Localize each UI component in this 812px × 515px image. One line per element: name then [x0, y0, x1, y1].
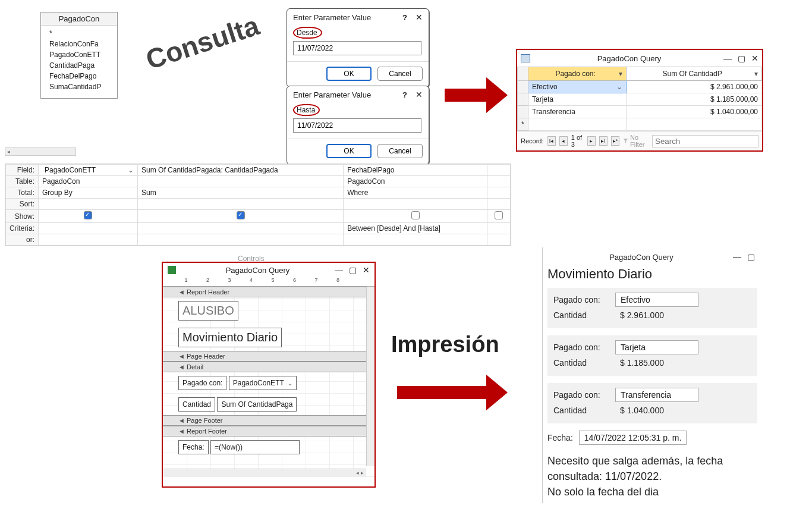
table-row-new[interactable]: * [518, 118, 762, 131]
nav-next-icon[interactable]: ▸ [587, 136, 596, 146]
qbe-cell[interactable]: Where [344, 187, 487, 199]
report-heading: Movimiento Diario [547, 266, 757, 282]
label-movimiento[interactable]: Movimiento Diario [178, 328, 282, 347]
arrow-icon [445, 77, 508, 113]
label-pagado-con: Pagado con: [553, 295, 615, 304]
horizontal-scrollbar[interactable] [5, 147, 76, 156]
no-filter-label: No Filter [623, 134, 649, 148]
label-fecha[interactable]: Fecha: [178, 440, 209, 454]
cancel-button[interactable]: Cancel [377, 144, 423, 158]
consulta-label: Consulta [143, 11, 262, 74]
ok-button[interactable]: OK [326, 67, 372, 81]
label-pagado-con: Pagado con: [553, 343, 615, 352]
horizontal-scrollbar[interactable] [163, 469, 366, 477]
section-page-footer[interactable]: Page Footer [163, 415, 374, 426]
minimize-icon[interactable]: — [733, 252, 741, 262]
report-block: Pagado con:Efectivo Cantidad$ 2.961.000 [547, 288, 757, 328]
close-icon[interactable]: ✕ [416, 12, 423, 22]
impresion-label: Impresión [391, 333, 499, 356]
minimize-icon[interactable]: — [335, 265, 343, 275]
field-item[interactable]: FechaDelPago [49, 71, 112, 81]
report-block: Pagado con:Tarjeta Cantidad$ 1.185.000 [547, 335, 757, 376]
qbe-cell[interactable]: Between [Desde] And [Hasta] [344, 223, 487, 234]
table-row[interactable]: Transferencia $ 1.040.000,00 [518, 106, 762, 118]
field-list-body: * RelacionConFa PagadoConETT CantidadPag… [41, 26, 117, 98]
nav-last-icon[interactable]: ▸I [599, 136, 608, 146]
textbox-now[interactable]: =(Now()) [210, 440, 300, 454]
nav-prev-icon[interactable]: ◂ [559, 136, 568, 146]
field-item[interactable]: CantidadPaga [49, 60, 112, 71]
window-title: PagadoCon Query [181, 266, 335, 275]
show-checkbox[interactable] [411, 211, 420, 219]
textbox-sum-cantidad[interactable]: Sum Of CantidadPaga [217, 397, 297, 412]
qbe-cell[interactable] [138, 176, 344, 187]
label-pagado-con[interactable]: Pagado con: [178, 376, 226, 390]
query-result-table: Pagado con:▾ Sum Of CantidadP▾ Efectivo⌄… [517, 67, 762, 131]
ok-button[interactable]: OK [326, 144, 372, 158]
field-list-panel: PagadoCon * RelacionConFa PagadoConETT C… [40, 12, 118, 99]
qbe-label-total: Total: [6, 187, 39, 199]
param-label-hasta: Hasta [293, 104, 320, 116]
label-fecha: Fecha: [547, 433, 573, 442]
label-cantidad[interactable]: Cantidad [178, 397, 215, 412]
qbe-cell[interactable]: PagadoConETT⌄ [39, 165, 138, 176]
maximize-icon[interactable]: ▢ [738, 54, 745, 63]
vertical-scrollbar[interactable] [366, 287, 374, 466]
section-detail[interactable]: Detail [163, 362, 374, 372]
cancel-button[interactable]: Cancel [377, 67, 423, 81]
help-icon[interactable]: ? [402, 90, 407, 99]
value-cantidad: $ 2.961.000 [615, 310, 664, 320]
close-icon[interactable]: ✕ [363, 265, 370, 275]
column-header[interactable]: Pagado con:▾ [528, 67, 627, 81]
value-pagado-con: Tarjeta [615, 340, 698, 354]
qbe-label-sort: Sort: [6, 199, 39, 210]
help-icon[interactable]: ? [402, 13, 407, 22]
nav-first-icon[interactable]: I◂ [547, 136, 556, 146]
qbe-cell[interactable]: PagadoCon [344, 176, 487, 187]
table-row[interactable]: Efectivo⌄ $ 2.961.000,00 [518, 81, 762, 93]
qbe-cell[interactable]: Sum Of CantidadPagada: CantidadPagada [138, 165, 344, 176]
query-result-window: PagadoCon Query — ▢ ✕ Pagado con:▾ Sum O… [516, 49, 763, 152]
show-checkbox[interactable] [495, 211, 503, 219]
horizontal-ruler: 1 2 3 4 5 6 7 8 [163, 277, 374, 287]
nav-new-icon[interactable]: ▸* [611, 136, 619, 146]
param-label-desde: Desde [293, 27, 322, 39]
label-cantidad: Cantidad [553, 310, 615, 320]
user-note: Necesito que salga además, la fecha cons… [547, 453, 757, 500]
value-fecha: 14/07/2022 12:05:31 p. m. [579, 431, 687, 445]
table-row[interactable]: Tarjeta $ 1.185.000,00 [518, 93, 762, 106]
combo-pagadoconett[interactable]: PagadoConETT⌄ [229, 376, 297, 390]
maximize-icon[interactable]: ▢ [747, 252, 755, 262]
label-cantidad: Cantidad [553, 358, 615, 368]
section-page-header[interactable]: Page Header [163, 351, 374, 362]
qbe-cell[interactable]: PagadoCon [39, 176, 138, 187]
parameter-dialog-hasta: Enter Parameter Value ? ✕ Hasta OK Cance… [287, 86, 429, 165]
close-icon[interactable]: ✕ [751, 54, 759, 63]
field-item[interactable]: * [49, 28, 112, 39]
qbe-label-or: or: [6, 234, 39, 246]
section-report-header[interactable]: Report Header [163, 287, 374, 297]
column-header[interactable]: Sum Of CantidadP▾ [627, 67, 762, 81]
qbe-design-grid: Field: PagadoConETT⌄ Sum Of CantidadPaga… [5, 164, 511, 246]
report-preview-window: PagadoCon Query — ▢ Movimiento Diario Pa… [542, 247, 762, 503]
close-icon[interactable]: ✕ [416, 90, 423, 99]
param-input-hasta[interactable] [293, 118, 421, 133]
search-input[interactable] [652, 135, 759, 147]
record-position: 1 of 3 [571, 134, 584, 148]
qbe-cell[interactable]: Group By [39, 187, 138, 199]
maximize-icon[interactable]: ▢ [349, 265, 357, 275]
label-alusibo[interactable]: ALUSIBO [178, 301, 238, 321]
field-item[interactable]: PagadoConETT [49, 49, 112, 60]
qbe-cell[interactable]: FechaDelPago [344, 165, 487, 176]
show-checkbox[interactable] [237, 211, 245, 219]
field-item[interactable]: SumaCantidadP [49, 81, 112, 92]
minimize-icon[interactable]: — [723, 54, 732, 63]
section-report-footer[interactable]: Report Footer [163, 426, 374, 437]
qbe-cell[interactable]: Sum [138, 187, 344, 199]
funnel-icon [623, 137, 628, 145]
qbe-cell[interactable] [487, 165, 511, 176]
field-item[interactable]: RelacionConFa [49, 39, 112, 49]
qbe-label-criteria: Criteria: [6, 223, 39, 234]
param-input-desde[interactable] [293, 41, 421, 55]
show-checkbox[interactable] [84, 211, 92, 219]
